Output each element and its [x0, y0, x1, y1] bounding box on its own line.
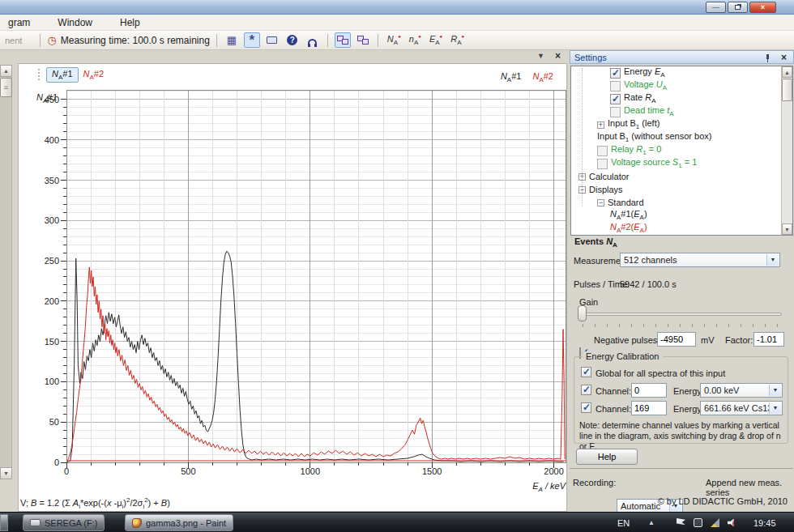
energy-2-select[interactable]: 661.66 keV Cs137▼ — [700, 401, 783, 415]
separator — [327, 34, 328, 47]
tree-item[interactable]: −Standard — [571, 196, 792, 209]
global-calibration-label: Global for all spectra of this input — [596, 368, 725, 378]
quantity-button[interactable]: nA● — [407, 34, 424, 46]
copyright-text: © by LD DIDACTIC GmbH, 2010 — [658, 496, 788, 506]
menu-item-window[interactable]: Window — [54, 15, 96, 30]
tree-item[interactable]: Voltage UA — [571, 79, 792, 92]
tree-item[interactable]: −Displays — [571, 183, 792, 196]
comment-field-stub[interactable]: nent — [3, 36, 33, 45]
sensor-box-button-2[interactable] — [355, 32, 371, 48]
menu-item-gram[interactable]: gram — [5, 15, 33, 30]
quantity-button[interactable]: RA● — [448, 34, 467, 46]
left-scrollbar[interactable]: ▲ ▼ — [0, 65, 12, 479]
pushpin-icon[interactable] — [764, 53, 772, 62]
measurement-select[interactable]: 512 channels ▼ — [620, 253, 780, 267]
taskbar: SEREGA (F:)gamma3.png - Paint EN ▲ 19:45 — [0, 512, 794, 532]
plot-legend: NA#1NA#2 — [489, 71, 553, 83]
tree-item[interactable]: Rate RA — [571, 92, 792, 105]
settings-close-icon[interactable]: × — [781, 52, 787, 63]
tree-item[interactable]: Energy EA — [571, 66, 792, 79]
tree-item[interactable]: NA#2(EA) — [571, 222, 792, 235]
sensor-box-button-1[interactable] — [335, 32, 351, 48]
channel-1-input[interactable] — [631, 383, 667, 398]
paint-icon — [132, 518, 142, 528]
tab-drag-handle[interactable] — [38, 69, 41, 80]
volume-muted-icon[interactable] — [728, 518, 736, 527]
tree-guide-line — [582, 68, 583, 206]
help-button[interactable]: Help — [576, 449, 638, 465]
window-controls: —× — [704, 2, 776, 13]
help-button-toolbar[interactable]: ? — [284, 32, 301, 48]
diagram-panel: ▼ × NA#1NA#2 NA#1NA#2 NA#1 0501001502002… — [18, 50, 567, 512]
quantity-button[interactable]: NA● — [385, 34, 403, 46]
global-calibration-checkbox[interactable] — [581, 367, 591, 377]
scroll-up-icon[interactable]: ▲ — [782, 66, 792, 78]
tree-item[interactable]: Voltage source S1 = 1 — [571, 157, 792, 170]
tree-checkbox[interactable] — [597, 146, 608, 156]
x-axis-title[interactable]: EA / keV — [66, 481, 566, 493]
display-button[interactable] — [264, 32, 280, 48]
tree-checkbox[interactable] — [610, 94, 621, 104]
diagram-tab[interactable]: NA#2 — [79, 68, 109, 82]
close-button[interactable]: × — [749, 2, 776, 13]
taskbar-button[interactable]: gamma3.png - Paint — [125, 514, 233, 531]
gain-slider-track[interactable] — [579, 313, 782, 316]
legend-entry[interactable]: NA#2 — [532, 71, 553, 81]
table-icon: ▦ — [227, 35, 237, 45]
drive-icon — [30, 519, 41, 526]
table-view-button[interactable]: ▦ — [224, 32, 240, 48]
action-center-flag-icon[interactable] — [677, 518, 685, 527]
energy-1-select[interactable]: 0.00 keV▼ — [700, 383, 783, 398]
power-plug-icon[interactable] — [694, 518, 702, 527]
new-quantity-dot: ● — [398, 34, 401, 39]
tray-expand-icon[interactable]: ▲ — [648, 513, 655, 532]
settings-gear-button[interactable]: * — [244, 32, 260, 48]
scroll-up-icon[interactable]: ▲ — [0, 65, 12, 77]
channel-2-checkbox[interactable] — [581, 402, 591, 413]
x-tick-label: 0 — [64, 466, 69, 476]
network-signal-icon[interactable] — [711, 518, 719, 527]
legend-entry[interactable]: NA#1 — [501, 71, 522, 81]
tree-checkbox[interactable] — [610, 68, 621, 79]
diagram-tab[interactable]: NA#1 — [46, 67, 79, 83]
y-tick-label: 300 — [19, 215, 59, 225]
scroll-down-icon[interactable]: ▼ — [0, 467, 12, 479]
collapse-icon[interactable]: − — [597, 199, 604, 206]
clock[interactable]: 19:45 — [753, 513, 776, 532]
tree-checkbox[interactable] — [597, 159, 608, 169]
tree-item[interactable]: NA#1(EA) — [571, 209, 792, 222]
channel-2-input[interactable] — [631, 401, 667, 415]
channel-1-checkbox[interactable] — [581, 385, 591, 395]
tree-item[interactable]: Dead time tA — [571, 105, 792, 118]
tree-item[interactable]: Input B1 (without sensor box) — [571, 131, 792, 144]
y-tick-label: 0 — [19, 458, 59, 467]
tree-item[interactable]: +Input B1 (left) — [571, 118, 792, 131]
menu-item-help[interactable]: Help — [117, 15, 143, 30]
y-tick-label: 50 — [19, 417, 59, 427]
gain-slider-thumb[interactable] — [578, 305, 587, 321]
scroll-down-icon[interactable]: ▼ — [782, 223, 792, 235]
close-panel-icon[interactable]: × — [555, 50, 561, 62]
language-indicator[interactable]: EN — [617, 513, 630, 532]
tree-scrollbar[interactable]: ▲ ▼ — [781, 66, 792, 235]
tree-item[interactable]: Relay R1 = 0 — [571, 144, 792, 157]
scrollbar-thumb[interactable] — [782, 79, 792, 101]
audio-button[interactable] — [305, 32, 321, 48]
quantity-button[interactable]: EA● — [427, 34, 445, 46]
taskbar-edge-button[interactable] — [0, 514, 8, 531]
tree-item[interactable]: +Calculator — [571, 170, 792, 183]
fit-formula-text: V; B = 1.2 (Σ Ai*exp(-(x -μi)2/2σi2) + B… — [20, 496, 170, 510]
scrollbar-thumb[interactable] — [0, 78, 12, 97]
recording-mode-value: Automatic — [621, 501, 660, 511]
factor-input[interactable] — [753, 332, 784, 347]
tree-checkbox[interactable] — [610, 81, 621, 92]
negative-pulses-input[interactable] — [657, 332, 696, 347]
restore-button[interactable] — [728, 2, 748, 13]
plot-area[interactable] — [66, 90, 566, 462]
taskbar-button[interactable]: SEREGA (F:) — [23, 514, 105, 531]
minimize-button[interactable]: — — [706, 2, 726, 13]
mute-badge — [732, 520, 740, 527]
collapse-panel-icon[interactable]: ▼ — [537, 52, 544, 60]
expand-icon[interactable]: + — [597, 121, 604, 129]
tree-checkbox[interactable] — [610, 107, 621, 117]
